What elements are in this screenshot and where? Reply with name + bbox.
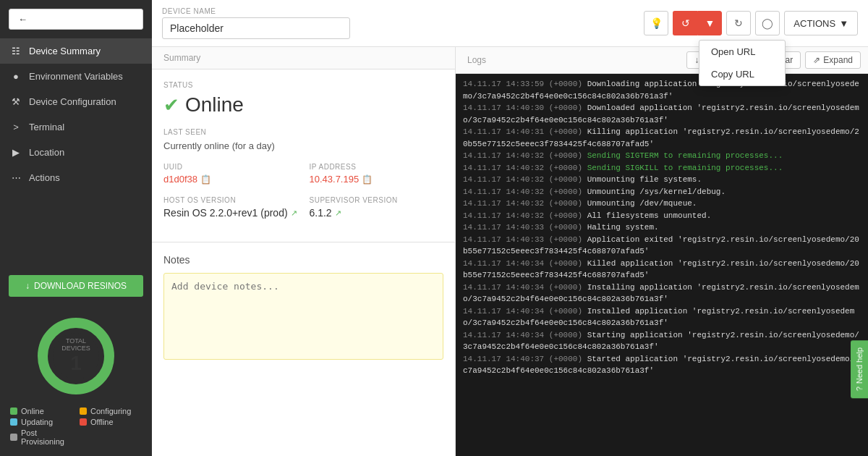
last-seen-value: Currently online (for a day) xyxy=(163,140,443,151)
uuid-item: UUID d1d0f38 📋 xyxy=(163,163,298,185)
donut-chart: TOTAL DEVICES 1 xyxy=(33,313,119,400)
sidebar-item-environment-variables[interactable]: ● Environment Variables xyxy=(0,64,152,89)
status-label: STATUS xyxy=(163,81,443,89)
log-entry: 14.11.17 14:33:59 (+0000) Downloading ap… xyxy=(463,78,861,102)
logs-panel: Logs ↓ Download 🗑 Clear ⇗ Expand 14.11.1… xyxy=(456,47,868,456)
sidebar-nav: ☷ Device Summary ● Environment Variables… xyxy=(0,38,152,266)
sidebar-item-location[interactable]: ▶ Location xyxy=(0,140,152,165)
legend-offline: Offline xyxy=(80,418,142,426)
ip-value: 10.43.7.195 📋 xyxy=(310,174,444,185)
log-entry: 14.11.17 14:40:34 (+0000) Installed appl… xyxy=(463,305,861,329)
need-help-tab[interactable]: ? Need help xyxy=(851,340,868,398)
wrench-icon: ⚒ xyxy=(10,96,22,107)
legend-updating: Updating xyxy=(10,418,72,426)
ip-item: IP ADDRESS 10.43.7.195 📋 xyxy=(310,163,444,185)
url-dropdown-menu: Open URL Copy URL xyxy=(699,40,786,86)
uuid-value: d1d0f38 📋 xyxy=(163,174,298,185)
version-info: HOST OS VERSION Resin OS 2.2.0+rev1 (pro… xyxy=(163,196,443,219)
copy-url-item[interactable]: Copy URL xyxy=(699,63,785,85)
restart-button[interactable]: ↺ xyxy=(673,11,697,35)
status-online-display: ✔ Online xyxy=(163,93,443,117)
restart-button-group: ↺ ▼ xyxy=(673,11,722,35)
power-button[interactable]: ◯ xyxy=(755,11,780,35)
log-entry: 14.11.17 14:40:37 (+0000) Started applic… xyxy=(463,353,861,377)
grid-icon: ☷ xyxy=(10,46,22,56)
dots-icon: ⋯ xyxy=(10,172,22,183)
logs-toolbar: Logs ↓ Download 🗑 Clear ⇗ Expand xyxy=(456,47,868,74)
log-entry: 14.11.17 14:40:34 (+0000) Installing app… xyxy=(463,282,861,305)
sidebar: ← ☷ Device Summary ● Environment Variabl… xyxy=(0,0,152,456)
last-seen-label: LAST SEEN xyxy=(163,128,443,136)
chevron-down-icon: ▼ xyxy=(839,18,848,29)
supervisor-item: SUPERVISOR VERSION 6.1.2 ↗ xyxy=(310,196,444,219)
restart-dropdown-button[interactable]: ▼ xyxy=(697,11,722,35)
log-entry: 14.11.17 14:40:30 (+0000) Downloaded app… xyxy=(463,102,861,126)
supervisor-external-link-icon[interactable]: ↗ xyxy=(335,208,341,218)
device-name-section: DEVICE NAME xyxy=(162,7,350,39)
back-arrow-icon: ← xyxy=(18,14,27,25)
host-os-value: Resin OS 2.2.0+rev1 (prod) ↗ xyxy=(163,207,298,219)
actions-dropdown-button[interactable]: ACTIONS ▼ xyxy=(784,11,858,35)
sidebar-item-device-summary[interactable]: ☷ Device Summary xyxy=(0,38,152,64)
back-button[interactable]: ← xyxy=(9,9,143,30)
logs-panel-label: Logs xyxy=(463,55,486,65)
expand-logs-button[interactable]: ⇗ Expand xyxy=(805,51,861,69)
top-bar-actions: 💡 ↺ ▼ ↻ ◯ ACTIONS ▼ Open URL Copy URL xyxy=(644,11,858,35)
log-entry: 14.11.17 14:40:32 (+0000) Unmounting /de… xyxy=(463,198,861,210)
legend-dot-post-provisioning xyxy=(10,434,17,441)
log-entry: 14.11.17 14:40:34 (+0000) Starting appli… xyxy=(463,329,861,353)
host-os-external-link-icon[interactable]: ↗ xyxy=(291,208,297,218)
host-os-item: HOST OS VERSION Resin OS 2.2.0+rev1 (pro… xyxy=(163,196,298,219)
log-entry: 14.11.17 14:40:32 (+0000) Unmounting fil… xyxy=(463,174,861,186)
notes-section: Notes xyxy=(152,242,455,456)
log-entry: 14.11.17 14:40:31 (+0000) Killing applic… xyxy=(463,126,861,150)
log-entry: 14.11.17 14:40:32 (+0000) Sending SIGTER… xyxy=(463,150,861,162)
bulb-icon-button[interactable]: 💡 xyxy=(644,11,668,35)
supervisor-label: SUPERVISOR VERSION xyxy=(310,196,444,204)
uuid-label: UUID xyxy=(163,163,298,171)
donut-chart-area: TOTAL DEVICES 1 Online Configuring Updat… xyxy=(0,305,152,456)
content-area: Summary STATUS ✔ Online LAST SEEN Curren… xyxy=(152,47,868,456)
legend-configuring: Configuring xyxy=(80,407,142,415)
uuid-ip-grid: UUID d1d0f38 📋 IP ADDRESS 10.43.7.195 📋 xyxy=(163,163,443,185)
log-entry: 14.11.17 14:40:33 (+0000) Halting system… xyxy=(463,221,861,234)
device-name-input[interactable] xyxy=(162,17,350,39)
host-os-label: HOST OS VERSION xyxy=(163,196,298,204)
globe-icon: ● xyxy=(10,71,22,82)
open-url-item[interactable]: Open URL xyxy=(699,41,785,63)
refresh-button[interactable]: ↻ xyxy=(726,11,751,35)
log-entry: 14.11.17 14:40:32 (+0000) Unmounting /sy… xyxy=(463,186,861,198)
status-value: Online xyxy=(185,93,244,117)
ip-copy-icon[interactable]: 📋 xyxy=(362,174,373,185)
device-name-label: DEVICE NAME xyxy=(162,7,350,15)
sidebar-item-device-configuration[interactable]: ⚒ Device Configuration xyxy=(0,89,152,114)
download-resinos-button[interactable]: ↓ DOWNLOAD RESINOS xyxy=(9,275,143,297)
top-bar: DEVICE NAME 💡 ↺ ▼ ↻ ◯ ACTIONS ▼ Open URL… xyxy=(152,0,868,47)
download-icon: ↓ xyxy=(25,281,30,291)
legend-dot-offline xyxy=(80,418,87,426)
summary-body: STATUS ✔ Online LAST SEEN Currently onli… xyxy=(152,69,455,242)
legend-dot-online xyxy=(10,408,17,415)
ip-label: IP ADDRESS xyxy=(310,163,444,171)
log-entry: 14.11.17 14:40:34 (+0000) Killed applica… xyxy=(463,258,861,282)
legend: Online Configuring Updating Offline Post… xyxy=(10,407,142,446)
sidebar-item-terminal[interactable]: > Terminal xyxy=(0,114,152,140)
expand-icon: ⇗ xyxy=(813,55,820,65)
status-section: STATUS ✔ Online xyxy=(163,81,443,117)
terminal-icon: > xyxy=(10,122,22,132)
legend-dot-configuring xyxy=(80,408,87,415)
log-entry: 14.11.17 14:40:32 (+0000) Sending SIGKIL… xyxy=(463,162,861,174)
notes-textarea[interactable] xyxy=(163,273,443,360)
logs-body[interactable]: 14.11.17 14:33:59 (+0000) Downloading ap… xyxy=(456,74,868,456)
summary-header: Summary xyxy=(152,47,455,69)
log-entry: 14.11.17 14:40:33 (+0000) Application ex… xyxy=(463,234,861,258)
sidebar-item-actions[interactable]: ⋯ Actions xyxy=(0,165,152,190)
legend-dot-updating xyxy=(10,418,17,426)
uuid-copy-icon[interactable]: 📋 xyxy=(200,174,211,185)
main-content: DEVICE NAME 💡 ↺ ▼ ↻ ◯ ACTIONS ▼ Open URL… xyxy=(152,0,868,456)
question-icon: ? xyxy=(855,387,864,391)
status-check-icon: ✔ xyxy=(163,94,179,117)
log-entry: 14.11.17 14:40:32 (+0000) All filesystem… xyxy=(463,210,861,222)
location-icon: ▶ xyxy=(10,147,22,158)
legend-online: Online xyxy=(10,407,72,415)
